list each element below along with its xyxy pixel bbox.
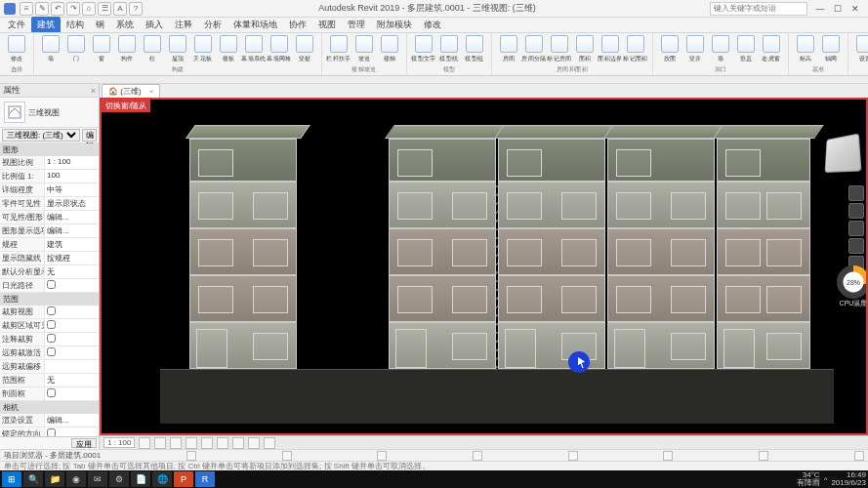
status-icon[interactable] xyxy=(568,451,578,461)
nav-bar[interactable] xyxy=(848,185,864,271)
prop-row[interactable]: 图形显示选项编辑... xyxy=(0,224,99,238)
ribbon-button[interactable]: 垂直 xyxy=(734,35,758,64)
ribbon-button[interactable]: 老虎窗 xyxy=(760,35,783,64)
prop-checkbox[interactable] xyxy=(47,388,56,397)
ribbon-button[interactable]: 设置 xyxy=(853,35,868,64)
apply-button[interactable]: 应用 xyxy=(71,438,97,448)
ribbon-button[interactable]: 栏杆扶手 xyxy=(327,35,351,64)
ribbon-button[interactable]: 竖梃 xyxy=(293,35,316,64)
prop-row[interactable]: 范围框无 xyxy=(0,374,99,387)
prop-row[interactable]: 渲染设置编辑... xyxy=(0,414,99,427)
ribbon-button[interactable]: 面积 xyxy=(573,35,597,64)
status-icon[interactable] xyxy=(473,451,482,461)
ribbon-tab[interactable]: 结构 xyxy=(61,17,90,32)
ribbon-button[interactable]: 柱 xyxy=(141,35,164,64)
ribbon-tab[interactable]: 体量和场地 xyxy=(227,17,283,32)
ribbon-tab[interactable]: 管理 xyxy=(342,17,371,32)
ribbon-button[interactable]: 修改 xyxy=(5,35,28,64)
close-icon[interactable]: × xyxy=(91,86,96,96)
view-scale[interactable]: 1 : 100 xyxy=(103,437,135,448)
view-control-icon[interactable] xyxy=(139,437,150,449)
ribbon-button[interactable]: 按面 xyxy=(658,35,682,64)
tray-up-icon[interactable]: ^ xyxy=(824,475,828,484)
ribbon-button[interactable]: 天花板 xyxy=(191,35,215,64)
windows-taskbar[interactable]: ⊞🔍📁◉✉⚙📄🌐PR 34°C 有降雨 ^ 16:49 2019/6/23 xyxy=(0,470,868,488)
ribbon-button[interactable]: 墙 xyxy=(39,35,62,64)
prop-value[interactable]: 编辑... xyxy=(45,211,99,224)
prop-value[interactable] xyxy=(45,387,99,400)
system-tray[interactable]: 34°C 有降雨 ^ 16:49 2019/6/23 xyxy=(797,471,866,487)
ribbon-button[interactable]: 房间分隔 xyxy=(522,35,546,64)
status-icon[interactable] xyxy=(186,451,196,461)
prop-category[interactable]: 图形 xyxy=(0,143,99,156)
taskbar-item[interactable]: ⊞ xyxy=(2,471,21,487)
building-model[interactable] xyxy=(189,111,775,424)
taskbar-item[interactable]: 🌐 xyxy=(152,471,172,487)
taskbar-item[interactable]: 📁 xyxy=(45,471,64,487)
quick-access-button[interactable]: ? xyxy=(129,2,143,16)
ribbon-tab[interactable]: 协作 xyxy=(283,17,312,32)
prop-checkbox[interactable] xyxy=(47,280,56,289)
prop-value[interactable]: 建筑 xyxy=(45,238,99,251)
properties-grid[interactable]: 图形视图比例1 : 100比例值 1:100详细程度中等零件可见性显示原状态可见… xyxy=(0,143,99,436)
status-icon[interactable] xyxy=(854,451,864,461)
prop-row[interactable]: 裁剪视图 xyxy=(0,305,99,319)
ribbon-button[interactable]: 房间 xyxy=(497,35,520,64)
ribbon-button[interactable]: 模型组 xyxy=(463,35,486,64)
taskbar-item[interactable]: 📄 xyxy=(131,471,150,487)
ribbon-button[interactable]: 坡道 xyxy=(352,35,376,64)
view-control-icon[interactable] xyxy=(201,437,213,449)
prop-row[interactable]: 零件可见性显示原状态 xyxy=(0,197,99,211)
ribbon-button[interactable]: 竖井 xyxy=(683,35,707,64)
type-selector[interactable]: 三维视图: (三维) xyxy=(2,129,80,142)
prop-category[interactable]: 相机 xyxy=(0,401,99,414)
edit-type-button[interactable]: 编辑类型 xyxy=(82,129,97,142)
taskbar-item[interactable]: 🔍 xyxy=(23,471,43,487)
view-control-icon[interactable] xyxy=(186,437,197,449)
prop-value[interactable] xyxy=(45,346,99,359)
prop-row[interactable]: 远剪裁激活 xyxy=(0,346,99,360)
quick-access-button[interactable]: ✎ xyxy=(35,2,49,16)
status-icon[interactable] xyxy=(377,451,387,461)
ribbon-button[interactable]: 标记房间 xyxy=(548,35,571,64)
quick-access-button[interactable]: A xyxy=(113,2,127,16)
view-tab-3d[interactable]: 🏠 (三维) × xyxy=(102,84,160,98)
quick-access-button[interactable]: ↶ xyxy=(51,2,64,16)
prop-value[interactable] xyxy=(45,279,99,292)
quick-access-button[interactable]: ☰ xyxy=(98,2,111,16)
view-control-icon[interactable] xyxy=(264,437,275,449)
ribbon-tab[interactable]: 视图 xyxy=(312,17,342,32)
ribbon-button[interactable]: 幕墙系统 xyxy=(242,35,266,64)
view-control-icon[interactable] xyxy=(170,437,182,449)
view-control-icon[interactable] xyxy=(248,437,260,449)
ribbon-tab[interactable]: 钢 xyxy=(90,17,110,32)
ribbon-button[interactable]: 标高 xyxy=(794,35,817,64)
ribbon-button[interactable]: 窗 xyxy=(90,35,113,64)
ribbon-button[interactable]: 面积边界 xyxy=(599,35,622,64)
ribbon-button[interactable]: 幕墙网格 xyxy=(268,35,291,64)
prop-row[interactable]: 显示隐藏线按规程 xyxy=(0,252,99,265)
prop-row[interactable]: 注释裁剪 xyxy=(0,333,99,346)
prop-checkbox[interactable] xyxy=(47,347,56,356)
prop-row[interactable]: 可见性/图形替换编辑... xyxy=(0,211,99,224)
minimize-button[interactable]: — xyxy=(811,2,829,16)
maximize-button[interactable]: ☐ xyxy=(829,2,847,16)
ribbon-button[interactable]: 楼梯 xyxy=(378,35,401,64)
properties-header[interactable]: 属性 × xyxy=(0,84,99,98)
quick-access-button[interactable]: ↷ xyxy=(66,2,80,16)
ribbon-button[interactable]: 门 xyxy=(64,35,88,64)
ribbon-tab[interactable]: 注释 xyxy=(169,17,198,32)
prop-value[interactable] xyxy=(45,427,99,436)
prop-row[interactable]: 规程建筑 xyxy=(0,238,99,252)
prop-checkbox[interactable] xyxy=(47,428,56,436)
prop-row[interactable]: 比例值 1:100 xyxy=(0,170,99,183)
ribbon-button[interactable]: 楼板 xyxy=(217,35,240,64)
viewcube[interactable] xyxy=(825,134,862,174)
ribbon-button[interactable]: 标记面积 xyxy=(624,35,647,64)
prop-checkbox[interactable] xyxy=(47,306,56,315)
ribbon-tab[interactable]: 文件 xyxy=(2,17,31,32)
ribbon-tab[interactable]: 修改 xyxy=(418,17,447,32)
close-button[interactable]: ✕ xyxy=(847,2,864,16)
ribbon-button[interactable]: 模型文字 xyxy=(412,35,435,64)
status-icon[interactable] xyxy=(282,451,292,461)
